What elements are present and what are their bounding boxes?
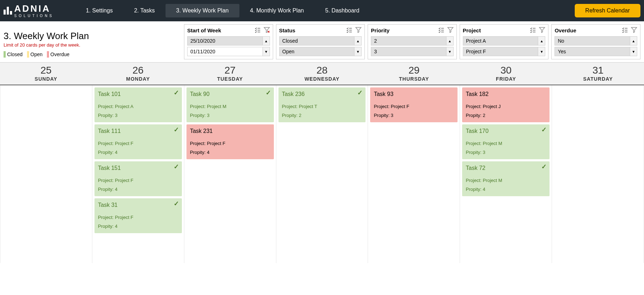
- task-project: Project: Project F: [98, 215, 178, 220]
- filter-value-start_of_week-0[interactable]: 25/10/2020: [187, 36, 263, 45]
- clear-filter-icon[interactable]: [264, 27, 270, 34]
- filter-panel-overdue: OverdueNo▲Yes▼: [551, 24, 640, 59]
- day-name: SATURDAY: [552, 76, 644, 82]
- task-card[interactable]: Task 231Project: Project FPropity: 4: [186, 124, 274, 159]
- task-priority: Propity: 4: [98, 224, 178, 229]
- chevron-up-icon[interactable]: ▲: [263, 36, 270, 45]
- legend-open: Open: [27, 51, 43, 58]
- day-name: MONDAY: [92, 76, 184, 82]
- task-title: Task 111: [98, 128, 178, 134]
- nav-item-1[interactable]: 2. Tasks: [123, 4, 165, 17]
- task-title: Task 151: [98, 165, 178, 171]
- task-priority: Propity: 3: [374, 113, 454, 118]
- swatch-overdue-icon: [47, 51, 49, 58]
- multiselect-icon[interactable]: [530, 27, 536, 34]
- task-priority: Propity: 4: [466, 187, 546, 192]
- day-header-monday: 26MONDAY: [92, 63, 184, 85]
- nav-item-0[interactable]: 1. Settings: [75, 4, 124, 17]
- day-column-thursday: Task 93Project: Project FPropity: 3: [368, 85, 460, 263]
- filter-panel-status: StatusClosed▲Open▼: [276, 24, 365, 59]
- day-header-friday: 30FRIDAY: [460, 63, 552, 85]
- filter-value-status-1[interactable]: Open: [279, 47, 355, 56]
- task-card[interactable]: ✓Task 31Project: Project FPropity: 4: [94, 198, 182, 233]
- day-number: 29: [368, 65, 460, 76]
- task-card[interactable]: ✓Task 101Project: Project APropity: 3: [94, 87, 182, 122]
- multiselect-icon[interactable]: [622, 27, 628, 34]
- chevron-down-icon[interactable]: ▼: [630, 47, 637, 56]
- chevron-down-icon[interactable]: ▼: [447, 47, 454, 56]
- multiselect-icon[interactable]: [346, 27, 352, 34]
- nav-item-3[interactable]: 4. Monthly Work Plan: [239, 4, 315, 17]
- filter-value-priority-1[interactable]: 3: [371, 47, 447, 56]
- filter-value-status-0[interactable]: Closed: [279, 36, 355, 45]
- chevron-up-icon[interactable]: ▲: [630, 36, 637, 45]
- chevron-down-icon[interactable]: ▼: [538, 47, 545, 56]
- logo-icon: [4, 7, 12, 15]
- check-icon: ✓: [357, 89, 363, 97]
- main-nav: 1. Settings2. Tasks3. Weekly Work Plan4.…: [75, 4, 370, 17]
- multiselect-icon[interactable]: [438, 27, 444, 34]
- day-column-tuesday: ✓Task 90Project: Project MPropity: 3Task…: [184, 85, 276, 263]
- filter-label-start_of_week: Start of Week: [187, 27, 221, 33]
- day-column-sunday: [0, 85, 92, 263]
- nav-item-2[interactable]: 3. Weekly Work Plan: [166, 4, 239, 17]
- multiselect-icon[interactable]: [254, 27, 261, 34]
- task-title: Task 101: [98, 91, 178, 97]
- day-header-wednesday: 28WEDNESDAY: [276, 63, 368, 85]
- svg-marker-17: [540, 27, 545, 32]
- filter-value-project-1[interactable]: Project F: [463, 47, 539, 56]
- task-project: Project: Project T: [282, 104, 362, 109]
- filter-value-project-0[interactable]: Project A: [463, 36, 539, 45]
- chevron-up-icon[interactable]: ▲: [538, 36, 545, 45]
- nav-item-4[interactable]: 5. Dashboard: [314, 4, 370, 17]
- day-column-monday: ✓Task 101Project: Project APropity: 3✓Ta…: [92, 85, 184, 263]
- filter-value-start_of_week-1[interactable]: 01/11/2020: [187, 47, 263, 56]
- task-priority: Propity: 3: [98, 113, 178, 118]
- filter-panel-priority: Priority2▲3▼: [368, 24, 457, 59]
- task-card[interactable]: ✓Task 236Project: Project TPropity: 2: [278, 87, 366, 122]
- check-icon: ✓: [174, 163, 179, 171]
- task-card[interactable]: ✓Task 170Project: Project MPropity: 3: [462, 124, 550, 159]
- task-card[interactable]: Task 93Project: Project FPropity: 3: [370, 87, 458, 122]
- page-note: Limit of 20 cards per day of the week.: [4, 42, 181, 48]
- day-column-friday: Task 182Project: Project JPropity: 2✓Tas…: [460, 85, 552, 263]
- task-project: Project: Project M: [190, 104, 270, 109]
- filter-icon[interactable]: [355, 27, 362, 34]
- filter-value-overdue-0[interactable]: No: [554, 36, 630, 45]
- legend-closed-label: Closed: [7, 52, 23, 57]
- day-number: 25: [0, 65, 92, 76]
- chevron-down-icon[interactable]: ▼: [263, 47, 270, 56]
- filter-value-overdue-1[interactable]: Yes: [554, 47, 630, 56]
- filter-label-status: Status: [279, 27, 296, 33]
- task-card[interactable]: Task 182Project: Project JPropity: 2: [462, 87, 550, 122]
- task-priority: Propity: 4: [190, 150, 270, 155]
- task-priority: Propity: 2: [466, 113, 546, 118]
- chevron-up-icon[interactable]: ▲: [447, 36, 454, 45]
- task-title: Task 72: [466, 165, 546, 171]
- refresh-calendar-button[interactable]: Refresh Calendar: [575, 4, 640, 17]
- task-card[interactable]: ✓Task 111Project: Project FPropity: 4: [94, 124, 182, 159]
- logo-brand: ADNIA: [14, 4, 54, 13]
- filter-icon[interactable]: [631, 27, 637, 34]
- task-card[interactable]: ✓Task 72Project: Project MPropity: 4: [462, 161, 550, 196]
- task-project: Project: Project M: [466, 178, 546, 183]
- filter-icon[interactable]: [539, 27, 545, 34]
- day-header-thursday: 29THURSDAY: [368, 63, 460, 85]
- chevron-down-icon[interactable]: ▼: [355, 47, 362, 56]
- subheader: 3. Weekly Work Plan Limit of 20 cards pe…: [0, 21, 644, 59]
- filter-value-priority-0[interactable]: 2: [371, 36, 447, 45]
- day-number: 27: [184, 65, 276, 76]
- chevron-up-icon[interactable]: ▲: [355, 36, 362, 45]
- task-priority: Propity: 4: [98, 150, 178, 155]
- logo: ADNIA SOLUTIONS: [4, 4, 54, 18]
- filter-icon[interactable]: [447, 27, 454, 34]
- task-card[interactable]: ✓Task 90Project: Project MPropity: 3: [186, 87, 274, 122]
- day-header-saturday: 31SATURDAY: [552, 63, 644, 85]
- filter-label-priority: Priority: [371, 27, 390, 33]
- day-name: THURSDAY: [368, 76, 460, 82]
- task-title: Task 90: [190, 91, 270, 97]
- day-name: TUESDAY: [184, 76, 276, 82]
- page-title-block: 3. Weekly Work Plan Limit of 20 cards pe…: [4, 24, 181, 58]
- task-priority: Propity: 2: [282, 113, 362, 118]
- task-card[interactable]: ✓Task 151Project: Project FPropity: 4: [94, 161, 182, 196]
